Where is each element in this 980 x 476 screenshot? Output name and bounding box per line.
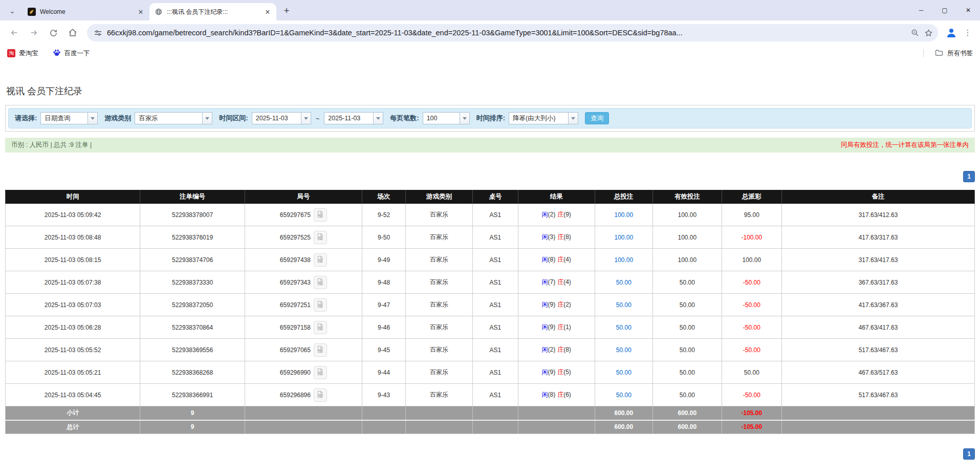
payout-cell: -50.00	[722, 339, 781, 361]
payout-cell: 100.00	[722, 249, 781, 271]
total-bet-link[interactable]: 50.00	[616, 324, 631, 331]
table-number-cell: AS1	[472, 271, 518, 294]
time-cell: 2025-11-03 05:06:28	[6, 316, 140, 339]
query-type-select[interactable]: 日期查询	[40, 112, 98, 124]
new-tab-button[interactable]: +	[279, 4, 294, 18]
video-replay-button[interactable]	[314, 321, 327, 334]
total-bet-cell: 100.00	[595, 204, 653, 226]
valid-bet-cell: 100.00	[653, 226, 722, 249]
player-points: (9)	[548, 301, 556, 308]
total-bet-cell: 50.00	[595, 384, 653, 406]
chevron-down-icon[interactable]	[460, 113, 469, 124]
remark-cell: 417.63/367.63	[782, 294, 975, 316]
column-header: 场次	[362, 190, 405, 204]
bookmark-star-icon[interactable]	[924, 29, 933, 37]
video-replay-button[interactable]	[314, 366, 327, 379]
page-title: 视讯 会员下注纪录	[6, 85, 975, 97]
query-type-label: 请选择:	[15, 114, 37, 123]
per-page-select[interactable]: 100	[423, 112, 470, 124]
total-bet-link[interactable]: 100.00	[614, 211, 633, 219]
sum-empty-cell	[518, 406, 595, 420]
filter-bar: 请选择: 日期查询 游戏类别 百家乐 时间区间: 2025-11-03 ~ 20…	[8, 108, 972, 128]
round-number-cell: 659296896	[245, 384, 362, 406]
bet-number-cell: 522938370864	[140, 316, 245, 339]
reload-button[interactable]	[44, 24, 62, 42]
tab-search-button[interactable]: ⌄	[5, 4, 19, 18]
game-type-select[interactable]: 百家乐	[135, 112, 212, 124]
chevron-down-icon[interactable]	[568, 113, 578, 124]
tab-bet-records[interactable]: :::视讯 会员下注纪录::: ✕	[149, 3, 276, 20]
profile-avatar[interactable]	[943, 25, 960, 41]
game-type-cell: 百家乐	[406, 294, 473, 316]
result-cell: 闲(8)庄(4)	[518, 249, 595, 271]
total-bet-link[interactable]: 100.00	[614, 234, 633, 241]
result-cell: 闲(9)庄(2)	[518, 294, 595, 316]
session-cell: 9-45	[362, 339, 405, 361]
summary-left-text: 币别 : 人民币 | 总共 :9 注单 |	[11, 141, 92, 149]
total-bet-link[interactable]: 100.00	[614, 256, 633, 264]
sum-valid-bet: 600.00	[653, 420, 722, 434]
bookmark-baidu[interactable]: 百度一下	[53, 49, 90, 58]
video-replay-button[interactable]	[314, 343, 327, 357]
total-bet-link[interactable]: 50.00	[616, 347, 631, 354]
chevron-down-icon[interactable]	[88, 113, 97, 124]
url-text[interactable]: 66cxkj98.com/game/betrecord_search/kind3…	[107, 29, 906, 37]
chevron-down-icon[interactable]	[373, 113, 383, 124]
site-settings-icon[interactable]	[94, 29, 102, 37]
chevron-down-icon: ⌄	[10, 7, 15, 15]
time-cell: 2025-11-03 05:05:21	[6, 361, 140, 384]
session-cell: 9-43	[362, 384, 405, 406]
forward-button[interactable]	[25, 24, 43, 42]
page-1-button[interactable]: 1	[963, 448, 975, 460]
video-replay-button[interactable]	[314, 231, 327, 244]
bet-number-cell: 522938369556	[140, 339, 245, 361]
total-bet-link[interactable]: 50.00	[616, 369, 631, 376]
menu-kebab-icon[interactable]: ⋮	[961, 25, 975, 41]
close-button[interactable]: ✕	[956, 0, 980, 20]
all-bookmarks[interactable]: 所有书签	[923, 49, 973, 58]
search-button[interactable]: 查询	[585, 112, 609, 124]
tab-close-icon[interactable]: ✕	[263, 7, 272, 16]
video-replay-button[interactable]	[314, 208, 327, 222]
divider	[923, 49, 924, 57]
sum-empty-cell	[362, 420, 405, 434]
table-number-cell: AS1	[472, 384, 518, 406]
column-header: 游戏类别	[406, 190, 473, 204]
table-number-cell: AS1	[472, 294, 518, 316]
total-bet-link[interactable]: 50.00	[616, 392, 631, 399]
date-end-select[interactable]: 2025-11-03	[324, 112, 383, 124]
video-replay-button[interactable]	[314, 276, 327, 289]
chevron-down-icon[interactable]	[202, 113, 212, 124]
sum-payout: -105.00	[722, 406, 781, 420]
round-number: 659297251	[280, 301, 311, 309]
game-type-value: 百家乐	[135, 113, 202, 124]
zoom-icon[interactable]	[911, 29, 919, 37]
page-1-button[interactable]: 1	[963, 171, 975, 182]
bookmark-aitaobao[interactable]: 淘 爱淘宝	[7, 49, 38, 58]
date-start-select[interactable]: 2025-11-03	[252, 112, 311, 124]
round-number-cell: 659297675	[245, 204, 362, 226]
valid-bet-cell: 50.00	[653, 384, 722, 406]
sort-select[interactable]: 降幂(由大到小)	[509, 112, 578, 124]
video-replay-button[interactable]	[314, 298, 327, 312]
bet-number-cell: 522938378007	[140, 204, 245, 226]
minimize-button[interactable]: ─	[909, 0, 933, 20]
tab-welcome[interactable]: Welcome ✕	[23, 3, 149, 20]
filter-panel: 请选择: 日期查询 游戏类别 百家乐 时间区间: 2025-11-03 ~ 20…	[5, 105, 975, 132]
banker-result: 庄	[557, 391, 563, 398]
sum-empty-cell	[472, 406, 518, 420]
time-cell: 2025-11-03 05:04:45	[6, 384, 140, 406]
home-button[interactable]	[63, 24, 82, 42]
back-button[interactable]	[5, 24, 24, 42]
tab-close-icon[interactable]: ✕	[136, 7, 145, 16]
total-bet-link[interactable]: 50.00	[616, 301, 631, 309]
pagination-bottom: 1	[5, 448, 975, 460]
video-replay-button[interactable]	[314, 388, 327, 402]
banker-points: (5)	[563, 369, 571, 376]
chevron-down-icon[interactable]	[301, 113, 311, 124]
video-replay-button[interactable]	[314, 253, 327, 267]
total-bet-link[interactable]: 50.00	[616, 279, 631, 286]
maximize-button[interactable]: ▢	[933, 0, 956, 20]
url-bar[interactable]: 66cxkj98.com/game/betrecord_search/kind3…	[87, 24, 938, 41]
banker-result: 庄	[557, 346, 563, 353]
